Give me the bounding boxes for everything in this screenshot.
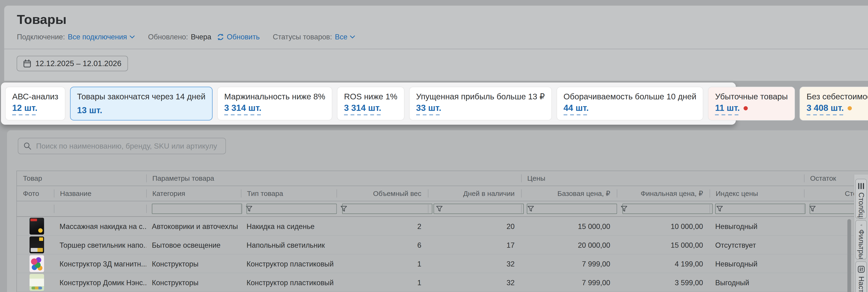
date-range-value: 12.12.2025 – 12.01.2026 xyxy=(35,59,121,68)
metric-card-label: Упущенная прибыль больше 13 ₽ xyxy=(416,92,545,101)
name-cell: Конструктор Домик Нэнс... xyxy=(54,273,146,292)
vertical-scrollbar[interactable] xyxy=(847,219,851,292)
column-header-name[interactable]: Название xyxy=(54,186,146,201)
metric-count-link[interactable]: 3 314 шт. xyxy=(344,103,381,115)
filter-box xyxy=(342,204,432,214)
metric-count-link[interactable]: 33 шт. xyxy=(416,103,441,115)
column-header-base-price[interactable]: Базовая цена, ₽ xyxy=(521,186,617,201)
column-header-photo[interactable]: Фото xyxy=(17,186,54,201)
category-cell: Автоковрики и авточехлы xyxy=(146,217,241,235)
volume-weight-cell: 2 xyxy=(337,217,428,235)
column-filter-input[interactable] xyxy=(152,204,242,214)
type-cell: Напольный светильник xyxy=(241,235,337,254)
search-input[interactable] xyxy=(36,141,220,151)
days-in-stock-cell: 32 xyxy=(428,254,521,273)
table-row[interactable]: Массажная накидка на с... Автоковрики и … xyxy=(17,217,868,235)
volume-weight-cell: 6 xyxy=(337,235,428,254)
table-group-header-row: Товар Параметры товара Цены Остаток xyxy=(17,171,868,186)
metric-card-unprofitable[interactable]: Убыточные товары 11 шт. xyxy=(708,87,795,121)
date-range-picker[interactable]: 12.12.2025 – 12.01.2026 xyxy=(17,56,128,71)
header-divider xyxy=(4,49,868,49)
base-price-cell: 7 999,00 xyxy=(521,254,617,273)
metric-card-no-cost[interactable]: Без себестоимости 3 408 шт. xyxy=(800,87,868,121)
table-row[interactable]: Конструктор 3Д магнитн... Конструкторы К… xyxy=(17,254,868,273)
side-tab-strip: Столбцы Фильтры Настройки xyxy=(854,174,868,292)
updated-value: Вчера xyxy=(191,33,211,41)
statuses-select[interactable]: Все xyxy=(335,33,355,41)
tab-label: Фильтры xyxy=(857,229,865,259)
filter-cell xyxy=(241,201,337,216)
funnel-icon xyxy=(860,222,862,229)
column-filter-input[interactable] xyxy=(247,204,336,214)
product-photo xyxy=(30,274,44,291)
base-price-cell: 15 000,00 xyxy=(521,217,617,235)
column-header-category[interactable]: Категория xyxy=(146,186,241,201)
price-index-cell: Невыгодный xyxy=(710,254,804,273)
metric-count-link[interactable]: 3 314 шт. xyxy=(224,103,261,115)
volume-weight-cell: 1 xyxy=(337,254,428,273)
metric-count-link[interactable]: 3 408 шт. xyxy=(807,103,844,115)
tab-label: Настройки xyxy=(857,276,865,292)
filter-cell xyxy=(617,201,710,216)
refresh-button[interactable]: Обновить xyxy=(217,33,260,41)
products-table: Товар Параметры товара Цены Остаток Фото… xyxy=(17,171,868,292)
name-cell: Конструктор 3Д магнитн... xyxy=(54,254,146,273)
name-cell: Торшер светильник напо... xyxy=(54,235,146,254)
header-panel: Товары Подключение: Все подключения Обно… xyxy=(4,6,868,81)
metric-count-link[interactable]: 11 шт. xyxy=(715,103,740,115)
column-header-price-index[interactable]: Индекс цены xyxy=(710,186,804,201)
tab-filters[interactable]: Фильтры xyxy=(855,220,867,259)
filter-box xyxy=(527,204,617,214)
metric-count-link[interactable]: 12 шт. xyxy=(12,103,37,115)
refresh-label: Обновить xyxy=(227,33,260,41)
metric-card-low-margin[interactable]: Маржинальность ниже 8% 3 314 шт. xyxy=(217,87,332,121)
metric-card-low-ros[interactable]: ROS ниже 1% 3 314 шт. xyxy=(337,87,404,121)
metric-count: 13 шт. xyxy=(77,105,102,115)
column-header-volume-weight[interactable]: Объемный вес xyxy=(337,186,428,201)
table-row[interactable]: Конструктор Домик Нэнс... Конструкторы К… xyxy=(17,273,868,292)
metric-card-out-of-stock-14d[interactable]: Товары закончатся через 14 дней 13 шт. xyxy=(70,87,213,121)
filter-box xyxy=(247,204,337,214)
metric-card-label: Маржинальность ниже 8% xyxy=(224,92,325,101)
product-photo xyxy=(30,218,44,235)
column-header-days-in-stock[interactable]: Дней в наличии xyxy=(428,186,521,201)
column-header-final-price[interactable]: Финальная цена, ₽ xyxy=(617,186,710,201)
metric-card-label: Товары закончатся через 14 дней xyxy=(77,92,206,101)
statuses-group: Статусы товаров: Все xyxy=(273,33,355,41)
settings-icon xyxy=(858,265,865,273)
tab-columns[interactable]: Столбцы xyxy=(855,179,867,219)
filter-cell-empty xyxy=(17,201,54,216)
column-filter-input[interactable] xyxy=(343,204,432,214)
category-cell: Конструкторы xyxy=(146,273,241,292)
days-in-stock-cell: 17 xyxy=(428,235,521,254)
group-header-prices: Цены xyxy=(521,171,804,186)
category-cell: Конструкторы xyxy=(146,254,241,273)
price-index-cell: Отсутствует xyxy=(710,235,804,254)
base-price-cell: 20 000,00 xyxy=(521,235,617,254)
product-photo xyxy=(30,236,44,253)
metric-card-missed-profit[interactable]: Упущенная прибыль больше 13 ₽ 33 шт. xyxy=(409,87,552,121)
metric-card-label: Без себестоимости xyxy=(807,92,868,101)
base-price-cell: 7 999,00 xyxy=(521,273,617,292)
status-dot-red xyxy=(744,106,748,110)
column-filter-input[interactable] xyxy=(623,204,712,214)
column-filter-input[interactable] xyxy=(527,204,617,214)
meta-row: Подключение: Все подключения Обновлено: … xyxy=(17,33,355,41)
column-filter-input[interactable] xyxy=(716,204,805,214)
metric-card-abc[interactable]: АВС-анализ 12 шт. xyxy=(5,87,65,121)
filter-cell xyxy=(146,201,241,216)
table-filter-row xyxy=(17,201,868,217)
metric-card-turnover[interactable]: Оборачиваемость больше 10 дней 44 шт. xyxy=(557,87,704,121)
photo-cell xyxy=(17,273,54,292)
tab-settings[interactable]: Настройки xyxy=(855,261,867,292)
filter-box xyxy=(622,204,713,214)
tab-label: Столбцы xyxy=(857,192,865,219)
column-header-type[interactable]: Тип товара xyxy=(241,186,337,201)
filter-box xyxy=(434,204,524,214)
price-index-cell: Выгодный xyxy=(710,273,804,292)
connection-select[interactable]: Все подключения xyxy=(68,33,135,41)
filter-cell xyxy=(521,201,617,216)
metric-count-link[interactable]: 44 шт. xyxy=(564,103,589,115)
column-filter-input[interactable] xyxy=(434,204,523,214)
table-row[interactable]: Торшер светильник напо... Бытовое освеще… xyxy=(17,235,868,254)
